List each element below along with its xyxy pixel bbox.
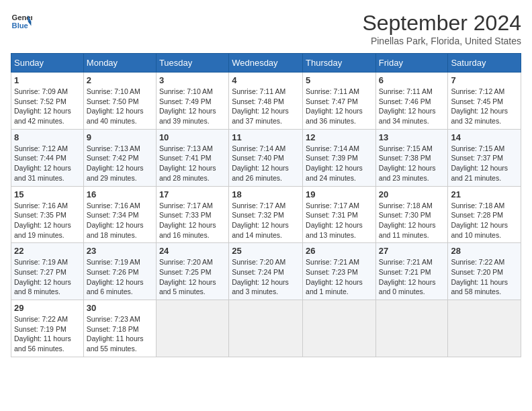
day-number: 15 bbox=[14, 189, 81, 199]
day-number: 6 bbox=[379, 75, 445, 85]
calendar-cell: 28Sunrise: 7:22 AM Sunset: 7:20 PM Dayli… bbox=[448, 243, 521, 300]
day-info: Sunrise: 7:20 AM Sunset: 7:25 PM Dayligh… bbox=[159, 257, 226, 297]
title-area: September 2024 Pinellas Park, Florida, U… bbox=[362, 11, 521, 46]
calendar-table: SundayMondayTuesdayWednesdayThursdayFrid… bbox=[11, 53, 521, 357]
calendar-cell: 18Sunrise: 7:17 AM Sunset: 7:32 PM Dayli… bbox=[229, 186, 303, 243]
calendar-cell: 11Sunrise: 7:14 AM Sunset: 7:40 PM Dayli… bbox=[229, 129, 303, 186]
day-number: 9 bbox=[87, 132, 153, 142]
day-info: Sunrise: 7:21 AM Sunset: 7:21 PM Dayligh… bbox=[379, 257, 445, 297]
logo: General Blue bbox=[11, 11, 32, 32]
day-info: Sunrise: 7:17 AM Sunset: 7:33 PM Dayligh… bbox=[159, 201, 226, 240]
day-info: Sunrise: 7:14 AM Sunset: 7:40 PM Dayligh… bbox=[232, 144, 300, 183]
calendar-cell: 29Sunrise: 7:22 AM Sunset: 7:19 PM Dayli… bbox=[11, 300, 84, 357]
day-number: 7 bbox=[451, 75, 518, 85]
day-info: Sunrise: 7:11 AM Sunset: 7:46 PM Dayligh… bbox=[379, 87, 445, 126]
calendar-cell: 19Sunrise: 7:17 AM Sunset: 7:31 PM Dayli… bbox=[303, 186, 376, 243]
calendar-cell: 6Sunrise: 7:11 AM Sunset: 7:46 PM Daylig… bbox=[375, 73, 448, 130]
day-number: 28 bbox=[451, 246, 518, 256]
header: General Blue September 2024 Pinellas Par… bbox=[11, 11, 521, 46]
day-info: Sunrise: 7:13 AM Sunset: 7:41 PM Dayligh… bbox=[159, 144, 226, 183]
day-info: Sunrise: 7:11 AM Sunset: 7:47 PM Dayligh… bbox=[306, 87, 373, 126]
calendar-cell: 7Sunrise: 7:12 AM Sunset: 7:45 PM Daylig… bbox=[448, 73, 521, 130]
day-info: Sunrise: 7:20 AM Sunset: 7:24 PM Dayligh… bbox=[232, 257, 300, 297]
day-number: 22 bbox=[14, 246, 81, 256]
calendar-week-row: 1Sunrise: 7:09 AM Sunset: 7:52 PM Daylig… bbox=[11, 73, 521, 130]
calendar-cell: 2Sunrise: 7:10 AM Sunset: 7:50 PM Daylig… bbox=[83, 73, 156, 130]
weekday-header: Sunday bbox=[11, 54, 84, 73]
day-info: Sunrise: 7:13 AM Sunset: 7:42 PM Dayligh… bbox=[87, 144, 153, 183]
day-info: Sunrise: 7:19 AM Sunset: 7:27 PM Dayligh… bbox=[14, 257, 81, 297]
day-info: Sunrise: 7:18 AM Sunset: 7:28 PM Dayligh… bbox=[451, 201, 518, 240]
calendar-cell: 15Sunrise: 7:16 AM Sunset: 7:35 PM Dayli… bbox=[11, 186, 84, 243]
day-info: Sunrise: 7:15 AM Sunset: 7:38 PM Dayligh… bbox=[379, 144, 445, 183]
calendar-week-row: 15Sunrise: 7:16 AM Sunset: 7:35 PM Dayli… bbox=[11, 186, 521, 243]
day-info: Sunrise: 7:16 AM Sunset: 7:34 PM Dayligh… bbox=[87, 201, 153, 240]
day-info: Sunrise: 7:16 AM Sunset: 7:35 PM Dayligh… bbox=[14, 201, 81, 240]
day-info: Sunrise: 7:14 AM Sunset: 7:39 PM Dayligh… bbox=[306, 144, 373, 183]
day-number: 3 bbox=[159, 75, 226, 85]
calendar-cell: 23Sunrise: 7:19 AM Sunset: 7:26 PM Dayli… bbox=[83, 243, 156, 300]
weekday-header: Monday bbox=[83, 54, 156, 73]
calendar-cell: 14Sunrise: 7:15 AM Sunset: 7:37 PM Dayli… bbox=[448, 129, 521, 186]
day-info: Sunrise: 7:12 AM Sunset: 7:45 PM Dayligh… bbox=[451, 87, 518, 126]
day-info: Sunrise: 7:17 AM Sunset: 7:31 PM Dayligh… bbox=[306, 201, 373, 240]
day-info: Sunrise: 7:10 AM Sunset: 7:49 PM Dayligh… bbox=[159, 87, 226, 126]
calendar-cell: 5Sunrise: 7:11 AM Sunset: 7:47 PM Daylig… bbox=[303, 73, 376, 130]
calendar-cell: 12Sunrise: 7:14 AM Sunset: 7:39 PM Dayli… bbox=[303, 129, 376, 186]
day-info: Sunrise: 7:18 AM Sunset: 7:30 PM Dayligh… bbox=[379, 201, 445, 240]
weekday-header: Thursday bbox=[303, 54, 376, 73]
day-number: 13 bbox=[379, 132, 445, 142]
calendar-cell: 30Sunrise: 7:23 AM Sunset: 7:18 PM Dayli… bbox=[83, 300, 156, 357]
day-number: 19 bbox=[306, 189, 373, 199]
day-number: 8 bbox=[14, 132, 81, 142]
day-info: Sunrise: 7:19 AM Sunset: 7:26 PM Dayligh… bbox=[87, 257, 153, 297]
calendar-subtitle: Pinellas Park, Florida, United States bbox=[362, 36, 521, 46]
calendar-week-row: 29Sunrise: 7:22 AM Sunset: 7:19 PM Dayli… bbox=[11, 300, 521, 357]
calendar-cell: 24Sunrise: 7:20 AM Sunset: 7:25 PM Dayli… bbox=[156, 243, 228, 300]
day-number: 1 bbox=[14, 75, 81, 85]
day-number: 26 bbox=[306, 246, 373, 256]
day-number: 5 bbox=[306, 75, 373, 85]
day-info: Sunrise: 7:22 AM Sunset: 7:20 PM Dayligh… bbox=[451, 257, 518, 297]
day-number: 24 bbox=[159, 246, 226, 256]
calendar-cell: 9Sunrise: 7:13 AM Sunset: 7:42 PM Daylig… bbox=[83, 129, 156, 186]
day-number: 17 bbox=[159, 189, 226, 199]
calendar-cell bbox=[156, 300, 228, 357]
day-number: 23 bbox=[87, 246, 153, 256]
day-info: Sunrise: 7:15 AM Sunset: 7:37 PM Dayligh… bbox=[451, 144, 518, 183]
calendar-cell: 3Sunrise: 7:10 AM Sunset: 7:49 PM Daylig… bbox=[156, 73, 228, 130]
day-number: 10 bbox=[159, 132, 226, 142]
calendar-cell: 16Sunrise: 7:16 AM Sunset: 7:34 PM Dayli… bbox=[83, 186, 156, 243]
weekday-header: Friday bbox=[375, 54, 448, 73]
calendar-cell: 26Sunrise: 7:21 AM Sunset: 7:23 PM Dayli… bbox=[303, 243, 376, 300]
calendar-cell bbox=[375, 300, 448, 357]
day-number: 11 bbox=[232, 132, 300, 142]
calendar-cell: 4Sunrise: 7:11 AM Sunset: 7:48 PM Daylig… bbox=[229, 73, 303, 130]
day-number: 29 bbox=[14, 303, 81, 313]
day-number: 25 bbox=[232, 246, 300, 256]
day-number: 18 bbox=[232, 189, 300, 199]
day-info: Sunrise: 7:21 AM Sunset: 7:23 PM Dayligh… bbox=[306, 257, 373, 297]
calendar-cell: 1Sunrise: 7:09 AM Sunset: 7:52 PM Daylig… bbox=[11, 73, 84, 130]
day-info: Sunrise: 7:11 AM Sunset: 7:48 PM Dayligh… bbox=[232, 87, 300, 126]
weekday-header: Saturday bbox=[448, 54, 521, 73]
day-number: 30 bbox=[87, 303, 153, 313]
calendar-cell: 27Sunrise: 7:21 AM Sunset: 7:21 PM Dayli… bbox=[375, 243, 448, 300]
weekday-header: Wednesday bbox=[229, 54, 303, 73]
weekday-header-row: SundayMondayTuesdayWednesdayThursdayFrid… bbox=[11, 54, 521, 73]
calendar-cell bbox=[448, 300, 521, 357]
day-number: 20 bbox=[379, 189, 445, 199]
calendar-cell bbox=[303, 300, 376, 357]
calendar-week-row: 8Sunrise: 7:12 AM Sunset: 7:44 PM Daylig… bbox=[11, 129, 521, 186]
day-number: 14 bbox=[451, 132, 518, 142]
calendar-cell bbox=[229, 300, 303, 357]
day-info: Sunrise: 7:10 AM Sunset: 7:50 PM Dayligh… bbox=[87, 87, 153, 126]
calendar-cell: 10Sunrise: 7:13 AM Sunset: 7:41 PM Dayli… bbox=[156, 129, 228, 186]
svg-text:Blue: Blue bbox=[12, 21, 28, 30]
calendar-week-row: 22Sunrise: 7:19 AM Sunset: 7:27 PM Dayli… bbox=[11, 243, 521, 300]
calendar-cell: 22Sunrise: 7:19 AM Sunset: 7:27 PM Dayli… bbox=[11, 243, 84, 300]
calendar-cell: 17Sunrise: 7:17 AM Sunset: 7:33 PM Dayli… bbox=[156, 186, 228, 243]
day-info: Sunrise: 7:22 AM Sunset: 7:19 PM Dayligh… bbox=[14, 314, 81, 354]
calendar-cell: 13Sunrise: 7:15 AM Sunset: 7:38 PM Dayli… bbox=[375, 129, 448, 186]
svg-marker-3 bbox=[28, 21, 32, 26]
